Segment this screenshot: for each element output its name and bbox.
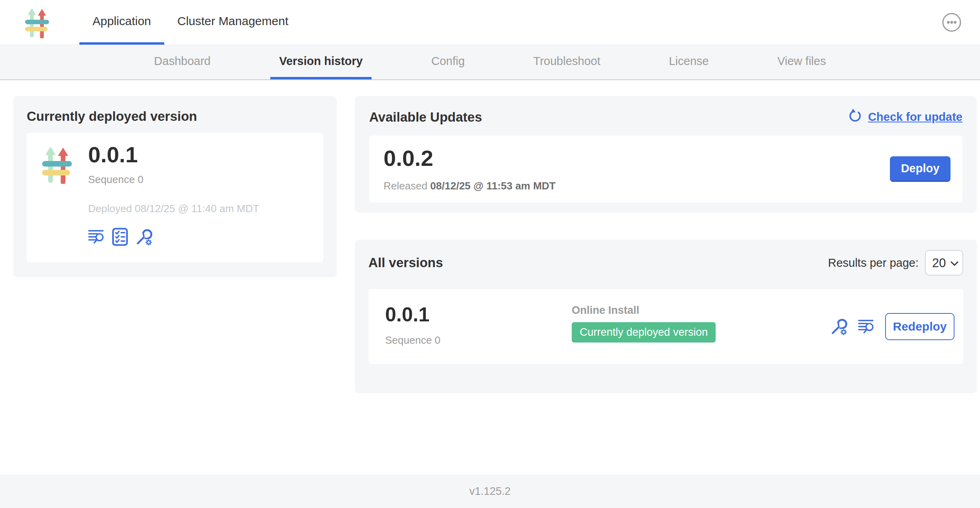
update-details: 0.0.2 Released 08/12/25 @ 11:53 am MDT xyxy=(384,146,556,193)
available-updates-title: Available Updates xyxy=(369,110,482,125)
subnav-tab-version-history-label: Version history xyxy=(279,55,363,68)
subnav-tab-dashboard-label: Dashboard xyxy=(154,55,211,68)
subnav-tab-dashboard[interactable]: Dashboard xyxy=(145,45,219,79)
edit-config-icon[interactable] xyxy=(135,228,153,246)
all-versions-title: All versions xyxy=(368,255,443,270)
app-logo-icon xyxy=(39,145,75,253)
tab-cluster-management[interactable]: Cluster Management xyxy=(164,0,301,45)
app-logo-icon xyxy=(25,6,49,38)
subnav-tab-license[interactable]: License xyxy=(660,45,718,79)
update-released-line: Released 08/12/25 @ 11:53 am MDT xyxy=(384,180,556,192)
top-header: Application Cluster Management xyxy=(0,0,980,45)
row-sequence: Sequence 0 xyxy=(385,334,572,347)
released-label: Released xyxy=(384,180,427,192)
currently-deployed-card: Currently deployed version 0.0.1 Sequenc… xyxy=(13,96,337,277)
ellipsis-icon xyxy=(942,28,962,33)
results-per-page: Results per page: 20 xyxy=(828,250,963,276)
tab-application[interactable]: Application xyxy=(79,0,164,45)
released-timestamp: 08/12/25 @ 11:53 am MDT xyxy=(430,180,555,192)
deployed-timestamp: Deployed 08/12/25 @ 11:40 am MDT xyxy=(88,203,259,215)
app-subnav: Dashboard Version history Config Trouble… xyxy=(0,45,980,80)
update-version-number: 0.0.2 xyxy=(384,146,556,171)
deployed-sequence: Sequence 0 xyxy=(88,173,259,186)
edit-config-icon[interactable] xyxy=(830,318,848,335)
available-updates-card: Available Updates Check for update 0.0.2 xyxy=(355,96,977,213)
view-logs-icon[interactable] xyxy=(858,319,875,335)
all-versions-card: All versions Results per page: 20 xyxy=(355,240,977,393)
subnav-tab-license-label: License xyxy=(669,55,709,68)
results-per-page-label: Results per page: xyxy=(828,256,919,270)
status-badge: Currently deployed version xyxy=(572,322,716,343)
subnav-tab-version-history[interactable]: Version history xyxy=(270,45,372,79)
results-per-page-select[interactable]: 20 xyxy=(925,250,963,276)
deployed-actions xyxy=(88,228,259,246)
check-for-update-link[interactable]: Check for update xyxy=(848,108,962,126)
view-logs-icon[interactable] xyxy=(88,229,105,245)
row-version-number: 0.0.1 xyxy=(385,304,572,325)
tab-cluster-management-label: Cluster Management xyxy=(177,14,288,28)
redeploy-button[interactable]: Redeploy xyxy=(885,313,954,340)
version-row-actions: Redeploy xyxy=(830,313,954,340)
check-for-update-label: Check for update xyxy=(868,110,962,124)
subnav-tab-config-label: Config xyxy=(431,55,465,68)
app-footer: v1.125.2 xyxy=(0,475,980,508)
tab-application-label: Application xyxy=(92,14,151,28)
deploy-button[interactable]: Deploy xyxy=(890,156,950,182)
deployed-version-number: 0.0.1 xyxy=(88,142,259,167)
currently-deployed-version-panel: 0.0.1 Sequence 0 Deployed 08/12/25 @ 11:… xyxy=(27,133,323,262)
version-row-status: Online Install Currently deployed versio… xyxy=(572,304,830,343)
overflow-menu-button[interactable] xyxy=(942,12,962,32)
results-per-page-select-wrap: 20 xyxy=(925,250,963,276)
refresh-icon xyxy=(848,108,863,126)
subnav-tab-troubleshoot-label: Troubleshoot xyxy=(533,55,600,68)
version-row-details: 0.0.1 Sequence 0 xyxy=(385,304,572,347)
right-column: Available Updates Check for update 0.0.2 xyxy=(355,96,977,475)
subnav-tab-view-files-label: View files xyxy=(777,55,826,68)
subnav-tab-config[interactable]: Config xyxy=(423,45,474,79)
preflight-checks-icon[interactable] xyxy=(112,228,128,246)
install-type-label: Online Install xyxy=(572,304,830,317)
deployed-version-details: 0.0.1 Sequence 0 Deployed 08/12/25 @ 11:… xyxy=(88,142,259,253)
currently-deployed-title: Currently deployed version xyxy=(27,109,323,124)
available-update-row: 0.0.2 Released 08/12/25 @ 11:53 am MDT D… xyxy=(369,136,962,203)
subnav-tab-troubleshoot[interactable]: Troubleshoot xyxy=(525,45,609,79)
main-content: Currently deployed version 0.0.1 Sequenc… xyxy=(0,80,980,475)
version-row: 0.0.1 Sequence 0 Online Install Currentl… xyxy=(368,289,963,364)
subnav-tab-view-files[interactable]: View files xyxy=(769,45,835,79)
console-version: v1.125.2 xyxy=(469,485,511,498)
